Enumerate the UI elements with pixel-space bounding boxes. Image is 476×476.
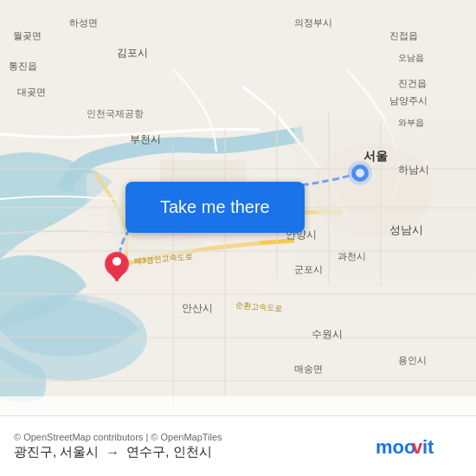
svg-text:진건읍: 진건읍 [398,78,427,88]
svg-text:대곶면: 대곶면 [17,87,46,97]
svg-text:it: it [422,436,434,458]
svg-text:매송면: 매송면 [294,363,323,374]
svg-text:인천국제공항: 인천국제공항 [87,108,144,119]
svg-text:진접읍: 진접읍 [389,30,418,41]
destination-label: 연수구, 인천시 [126,444,211,460]
svg-text:통진읍: 통진읍 [9,61,37,71]
svg-text:와부읍: 와부읍 [398,118,424,127]
svg-text:부천시: 부천시 [130,133,161,145]
origin-label: 광진구, 서울시 [14,444,99,460]
svg-text:군포시: 군포시 [294,264,323,274]
svg-text:하성면: 하성면 [69,17,98,28]
svg-text:월곶면: 월곶면 [13,30,42,41]
svg-text:안산시: 안산시 [182,302,213,314]
route-info: 광진구, 서울시 → 연수구, 인천시 [14,444,222,460]
svg-text:용인시: 용인시 [398,355,427,365]
svg-point-50 [348,161,372,185]
map-attribution: © OpenStreetMap contributors | © OpenMap… [14,432,222,442]
svg-point-47 [113,257,121,266]
map-container: 월곶면 하성면 통진읍 대곶면 김포시 의정부시 진접읍 오남읍 진건읍 남양주… [0,0,476,415]
route-arrow-icon: → [106,445,119,460]
take-me-there-button[interactable]: Take me there [125,182,305,233]
svg-text:김포시: 김포시 [117,47,148,59]
svg-text:의정부시: 의정부시 [294,17,332,28]
moovit-logo: moo v it [376,433,462,460]
svg-text:과천시: 과천시 [338,251,366,261]
svg-text:남양주시: 남양주시 [389,95,428,106]
footer-info: © OpenStreetMap contributors | © OpenMap… [14,432,222,460]
svg-text:오남읍: 오남읍 [398,53,424,62]
svg-text:수원시: 수원시 [312,328,343,340]
svg-text:서울: 서울 [363,149,388,163]
svg-text:moo: moo [376,436,415,458]
svg-rect-51 [0,396,476,415]
svg-text:하남시: 하남시 [398,164,429,176]
footer: © OpenStreetMap contributors | © OpenMap… [0,415,476,476]
svg-text:성남시: 성남시 [389,223,423,236]
